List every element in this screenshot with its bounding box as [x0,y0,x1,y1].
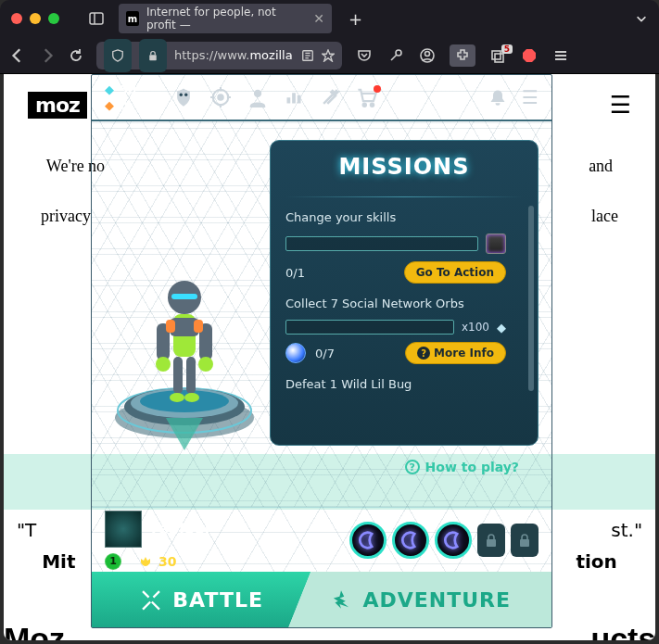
mission-progress-bar [285,320,454,335]
app-menu-icon[interactable] [551,48,570,63]
extension-badge: 5 [501,44,513,54]
overlay-main: MISSIONS Change your skills 0/1 Go To Ac… [92,121,551,507]
missions-panel: MISSIONS Change your skills 0/1 Go To Ac… [270,140,539,446]
soul-reward-icon: ◆ [497,321,506,335]
missions-title: MISSIONS [285,154,523,180]
ability-slot[interactable] [392,522,429,559]
more-info-button[interactable]: ?More Info [405,342,506,364]
svg-point-50 [170,393,184,402]
svg-rect-13 [495,54,503,62]
site-menu-icon[interactable]: ☰ [610,91,631,119]
svg-rect-53 [194,320,203,333]
mission-item: Collect 7 Social Network Orbs x100 ◆ 0/7… [285,297,523,364]
new-tab-button[interactable]: + [349,9,362,29]
mission-progress-text: 0/7 [315,347,343,360]
player-name: rebloor [151,520,212,537]
how-to-play-link[interactable]: ? How to play? [405,460,519,474]
svg-point-47 [198,357,213,372]
svg-point-51 [184,393,199,402]
mission-progress-bar [285,236,478,251]
shop-nav-icon[interactable] [357,87,377,107]
currency-display: ◆50 ◆0 [105,82,136,112]
bell-icon[interactable] [488,88,507,107]
sidebar-toggle-icon[interactable] [89,11,104,26]
shop-notification-dot [374,85,381,93]
svg-marker-14 [523,49,536,62]
svg-point-33 [371,104,374,107]
minimize-window-button[interactable] [30,13,41,24]
browser-tab[interactable]: m Internet for people, not profit — ✕ [119,4,332,33]
adventure-button[interactable]: ADVENTURE [288,572,551,627]
panel-divider [285,196,523,197]
overlay-topbar: ◆50 ◆0 ☰ [92,75,551,121]
action-bar: BATTLE ADVENTURE [92,572,551,627]
svg-point-46 [156,357,171,372]
mission-progress-text: 0/1 [285,266,313,280]
extensions-icon[interactable] [450,44,475,67]
gem-icon: ◆ [105,98,114,112]
svg-rect-0 [90,13,103,24]
maximize-window-button[interactable] [48,13,59,24]
traffic-lights [11,13,59,24]
lock-icon [139,39,167,72]
leaderboard-nav-icon[interactable] [285,87,303,107]
browser-toolbar: https://www.mozilla.org/en-US 5 [0,37,659,74]
profile-nav-icon[interactable] [247,87,268,107]
svg-rect-27 [287,97,291,103]
svg-rect-43 [171,294,197,299]
svg-point-11 [425,51,430,56]
svg-point-21 [218,95,223,100]
tabs-dropdown-icon[interactable] [635,12,648,25]
pocket-icon[interactable] [355,48,374,63]
player-power: 30 [138,554,176,569]
svg-rect-29 [298,95,301,104]
svg-point-38 [140,390,229,412]
svg-rect-48 [173,357,183,394]
shield-nav-icon[interactable] [173,87,194,107]
url-text: https://www.mozilla.org/en-US [174,48,294,62]
account-icon[interactable] [418,48,437,63]
adblock-icon[interactable] [520,48,539,63]
avatar-stage[interactable] [92,223,277,464]
soul-icon: ◆ [105,82,114,96]
svg-rect-2 [149,55,157,60]
overflow-icon[interactable]: 5 [488,48,507,63]
forward-button[interactable] [39,47,56,64]
back-button[interactable] [9,47,26,64]
close-window-button[interactable] [11,13,22,24]
locked-slot[interactable] [477,524,505,557]
svg-rect-49 [186,357,196,394]
locked-slot[interactable] [511,524,539,557]
tools-icon[interactable] [387,48,405,63]
svg-line-9 [391,55,397,60]
go-to-action-button[interactable]: Go To Action [404,261,506,284]
window-titlebar: m Internet for people, not profit — ✕ + [0,0,659,37]
mozilla-logo[interactable]: moz [28,92,87,119]
player-bar: rebloor 1 30 [92,507,551,572]
target-nav-icon[interactable] [210,87,231,107]
soul-count: 50 [120,82,136,96]
svg-point-19 [184,94,187,96]
tab-close-button[interactable]: ✕ [313,11,324,26]
tab-favicon: m [126,11,139,26]
url-bar[interactable]: https://www.mozilla.org/en-US [96,42,342,69]
svg-point-18 [180,94,183,96]
svg-point-26 [254,90,261,97]
bookmark-star-icon[interactable] [322,49,335,62]
ability-slot[interactable] [435,522,472,559]
missions-scrollbar[interactable] [528,206,534,391]
ability-slot[interactable] [349,522,387,559]
battle-button[interactable]: BATTLE [92,572,310,627]
player-level-badge: 1 [105,553,121,570]
reward-cube-icon [486,234,506,254]
svg-rect-55 [520,539,529,547]
reader-icon[interactable] [301,49,314,62]
svg-rect-52 [166,320,175,333]
gem-count: 0 [120,98,128,112]
settings-nav-icon[interactable] [320,87,340,107]
overlay-menu-icon[interactable]: ☰ [522,86,539,108]
reload-button[interactable] [69,48,83,63]
player-avatar[interactable] [105,511,142,548]
shield-icon[interactable] [104,39,132,72]
game-overlay: ◆50 ◆0 ☰ [91,74,552,628]
